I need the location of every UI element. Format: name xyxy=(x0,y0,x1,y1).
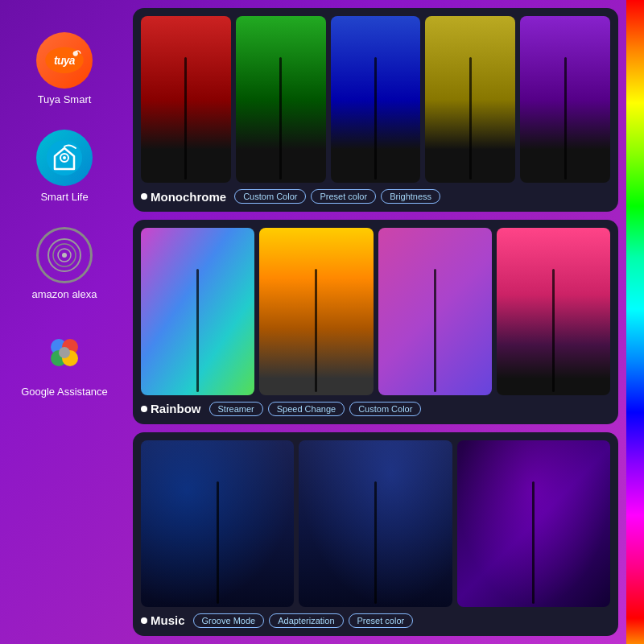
google-label: Google Assistance xyxy=(21,386,108,398)
lamp-rainbow3 xyxy=(378,228,492,394)
tag-streamer[interactable]: Streamer xyxy=(209,402,263,416)
rainbow-title: Rainbow xyxy=(141,402,201,415)
music-images xyxy=(141,440,610,607)
lamp-purple xyxy=(520,16,610,183)
music-title: Music xyxy=(141,613,185,627)
tuya-label: Tuya Smart xyxy=(38,93,92,105)
monochrome-section: Monochrome Custom Color Preset color Bri… xyxy=(133,8,618,212)
sidebar-item-alexa[interactable]: amazon alexa xyxy=(32,227,97,300)
music-footer: Music Groove Mode Adapterization Preset … xyxy=(141,613,610,628)
svg-point-5 xyxy=(63,156,66,159)
rainbow-footer: Rainbow Streamer Speed Change Custom Col… xyxy=(141,402,610,416)
smartlife-label: Smart Life xyxy=(40,191,88,203)
tag-custom-color-mono[interactable]: Custom Color xyxy=(234,189,306,204)
title-dot-rainbow xyxy=(141,406,147,412)
music-section: Music Groove Mode Adapterization Preset … xyxy=(133,432,618,636)
svg-text:tuya: tuya xyxy=(54,55,76,67)
main-content: Monochrome Custom Color Preset color Bri… xyxy=(129,0,626,644)
sidebar-item-google[interactable]: Google Assistance xyxy=(21,324,108,398)
rainbow-images xyxy=(141,228,610,394)
smartlife-icon xyxy=(36,130,93,186)
lamp-rainbow4 xyxy=(497,228,610,394)
lamp-blue xyxy=(331,16,421,183)
sidebar-item-tuya[interactable]: tuya Tuya Smart xyxy=(36,32,93,105)
lamp-music3 xyxy=(457,440,610,607)
google-icon xyxy=(36,324,93,381)
sidebar: tuya Tuya Smart Smart Life xyxy=(0,0,129,644)
svg-point-15 xyxy=(59,347,70,358)
tag-brightness[interactable]: Brightness xyxy=(381,189,440,204)
monochrome-images xyxy=(141,16,610,183)
tag-custom-color-rainbow[interactable]: Custom Color xyxy=(349,402,421,416)
sidebar-item-smartlife[interactable]: Smart Life xyxy=(36,130,93,203)
lamp-yellow xyxy=(425,16,515,183)
lamp-red xyxy=(141,16,231,183)
color-strip xyxy=(626,0,644,644)
lamp-green xyxy=(236,16,326,183)
lamp-rainbow2 xyxy=(259,228,373,394)
tag-adapterization[interactable]: Adapterization xyxy=(269,613,343,628)
tuya-icon: tuya xyxy=(36,32,93,89)
monochrome-footer: Monochrome Custom Color Preset color Bri… xyxy=(141,189,610,204)
monochrome-title: Monochrome xyxy=(141,190,226,204)
rainbow-section: Rainbow Streamer Speed Change Custom Col… xyxy=(133,220,618,423)
tag-preset-color-mono[interactable]: Preset color xyxy=(311,189,376,204)
lamp-rainbow1 xyxy=(141,228,254,394)
alexa-label: amazon alexa xyxy=(32,288,97,300)
svg-point-9 xyxy=(62,253,67,258)
svg-point-2 xyxy=(73,51,78,56)
title-dot-music xyxy=(141,617,147,624)
alexa-icon xyxy=(36,227,93,283)
lamp-music1 xyxy=(141,440,294,607)
title-dot xyxy=(141,193,147,200)
tag-speed-change[interactable]: Speed Change xyxy=(268,402,345,416)
tag-groove-mode[interactable]: Groove Mode xyxy=(193,613,265,628)
tag-preset-color-music[interactable]: Preset color xyxy=(349,613,414,628)
lamp-music2 xyxy=(299,440,452,607)
